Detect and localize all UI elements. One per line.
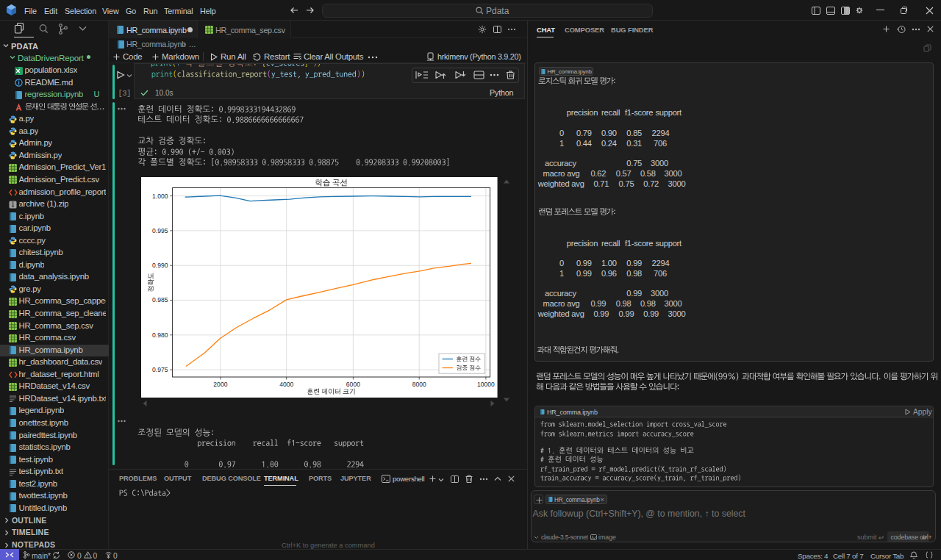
svg-text:0.995: 0.995	[152, 227, 168, 234]
svg-text:4000: 4000	[280, 381, 294, 388]
svg-text:1.000: 1.000	[152, 192, 168, 199]
svg-text:2000: 2000	[214, 381, 228, 388]
svg-text:8000: 8000	[412, 381, 426, 388]
svg-text:10000: 10000	[477, 381, 495, 388]
svg-text:0.975: 0.975	[152, 366, 168, 373]
svg-text:0.980: 0.980	[152, 331, 168, 339]
svg-text:0.985: 0.985	[152, 296, 168, 304]
svg-text:6000: 6000	[346, 381, 360, 388]
svg-text:0.990: 0.990	[152, 262, 168, 269]
